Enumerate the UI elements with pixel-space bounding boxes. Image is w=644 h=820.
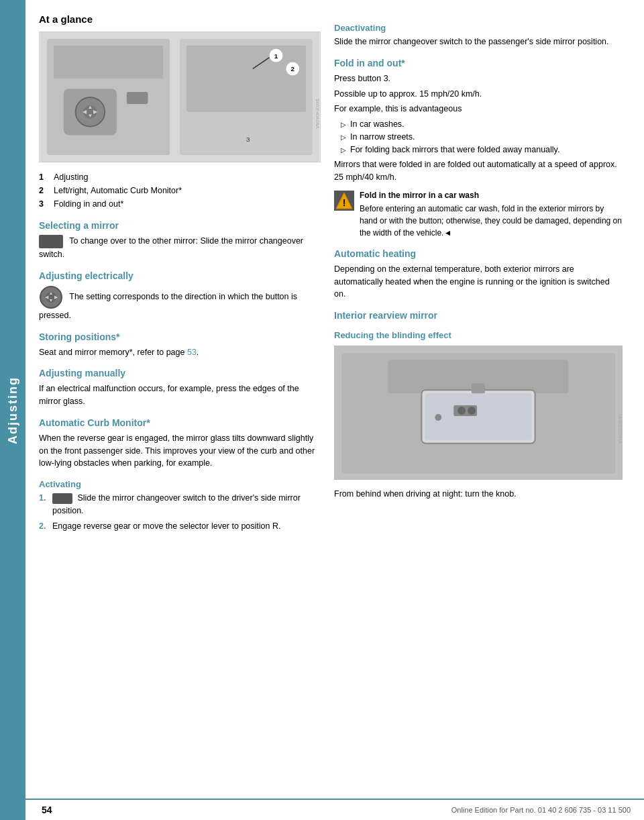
svg-rect-2: [54, 46, 163, 79]
switch-icon-small: [52, 493, 72, 504]
section-reducing-blinding-title: Reducing the blinding effect: [334, 330, 623, 340]
interior-mirror-image: 1A4ES52094A: [334, 346, 623, 480]
step-item: 1. Slide the mirror changeover switch to…: [39, 492, 321, 517]
svg-text:1A4ES52094A: 1A4ES52094A: [618, 413, 622, 444]
adjusting-electrically-text: ▲ ▼ ◀ ▶ The setting corresponds to the d…: [39, 285, 321, 322]
mirror-switch-icon: [39, 235, 63, 248]
section-curb-monitor-title: Automatic Curb Monitor*: [39, 417, 321, 428]
side-tab-label: Adjusting: [6, 376, 20, 444]
item-text: Folding in and out*: [54, 197, 123, 211]
svg-text:SW0F40A0AA: SW0F40A0AA: [315, 99, 320, 129]
svg-point-34: [458, 407, 466, 415]
page-link-53[interactable]: 53: [187, 348, 197, 357]
list-item: 1 Adjusting: [39, 170, 321, 184]
bullet-item: In car washes.: [334, 118, 623, 131]
svg-text:▼: ▼: [87, 113, 93, 119]
step-text: Engage reverse gear or move the selector…: [52, 520, 280, 533]
knob-icon: ▲ ▼ ◀ ▶: [39, 285, 63, 309]
fold-p2: Possible up to approx. 15 mph/20 km/h.: [334, 88, 623, 101]
svg-text:▲: ▲: [87, 104, 93, 110]
numbered-list: 1 Adjusting 2 Left/right, Automatic Curb…: [39, 170, 321, 211]
svg-point-37: [435, 414, 441, 421]
auto-heating-text: Depending on the external temperature, b…: [334, 263, 623, 301]
fold-p3: For example, this is advantageous: [334, 103, 623, 115]
item-number: 1: [39, 170, 48, 184]
step-number: 2.: [39, 520, 48, 533]
section-adjusting-manually-title: Adjusting manually: [39, 368, 321, 378]
deactivating-text: Slide the mirror changeover switch to th…: [334, 36, 623, 48]
svg-rect-10: [127, 92, 148, 104]
warning-box: ! Fold in the mirror in a car wash Befor…: [334, 189, 623, 239]
svg-text:!: !: [343, 197, 346, 208]
bullet-item: In narrow streets.: [334, 131, 623, 144]
section-selecting-mirror-title: Selecting a mirror: [39, 220, 321, 231]
section-interior-mirror-title: Interior rearview mirror: [334, 310, 623, 321]
left-column: At a glance ▲ ▼ ◀ ▶: [39, 13, 321, 535]
selecting-mirror-text: To change over to the other mirror: Slid…: [39, 235, 321, 261]
svg-rect-36: [472, 383, 485, 393]
page-number: 54: [39, 805, 55, 815]
svg-text:◀: ◀: [83, 109, 87, 115]
step-text: Slide the mirror changeover switch to th…: [52, 492, 321, 517]
section-adjusting-electrically-title: Adjusting electrically: [39, 270, 321, 281]
list-item: 2 Left/right, Automatic Curb Monitor*: [39, 184, 321, 197]
fold-p1: Press button 3.: [334, 72, 623, 85]
svg-text:▶: ▶: [93, 109, 98, 115]
svg-text:1: 1: [274, 52, 278, 60]
step-number: 1.: [39, 492, 48, 517]
interior-mirror-text: From behind when driving at night: turn …: [334, 488, 623, 501]
item-number: 2: [39, 184, 48, 197]
svg-text:▼: ▼: [49, 298, 54, 303]
section-fold-title: Fold in and out*: [334, 58, 623, 68]
warning-text: Fold in the mirror in a car wash Before …: [360, 189, 623, 239]
item-text: Left/right, Automatic Curb Monitor*: [54, 184, 182, 197]
warning-icon: !: [334, 191, 354, 211]
item-text: Adjusting: [54, 170, 88, 184]
page-title: At a glance: [39, 13, 321, 25]
fold-bullets: In car washes. In narrow streets. For fo…: [334, 118, 623, 156]
warning-body: Before entering an automatic car wash, f…: [360, 204, 622, 238]
section-activating-title: Activating: [39, 479, 321, 489]
step-item: 2. Engage reverse gear or move the selec…: [39, 520, 321, 533]
fold-after-bullets: Mirrors that were folded in are folded o…: [334, 158, 623, 184]
list-item: 3 Folding in and out*: [39, 197, 321, 211]
right-column: Deactivating Slide the mirror changeover…: [334, 13, 623, 535]
section-deactivating-title: Deactivating: [334, 23, 623, 33]
section-storing-positions-title: Storing positions*: [39, 331, 321, 342]
item-number: 3: [39, 197, 48, 211]
svg-point-35: [468, 407, 476, 415]
warning-title: Fold in the mirror in a car wash: [360, 189, 623, 201]
section-auto-heating-title: Automatic heating: [334, 248, 623, 259]
bullet-item: For folding back mirrors that were folde…: [334, 144, 623, 156]
svg-rect-12: [186, 46, 306, 112]
page-footer: 54 Online Edition for Part no. 01 40 2 6…: [0, 799, 644, 820]
footer-online-text: Online Edition for Part no. 01 40 2 606 …: [451, 806, 631, 814]
adjusting-manually-text: If an electrical malfunction occurs, for…: [39, 382, 321, 408]
activating-steps: 1. Slide the mirror changeover switch to…: [39, 492, 321, 532]
svg-text:2: 2: [291, 65, 295, 72]
mirror-diagram-image: ▲ ▼ ◀ ▶ 1 2 3 SW0F40A0AA: [39, 32, 321, 162]
side-tab: Adjusting: [0, 0, 25, 820]
svg-text:▲: ▲: [49, 291, 54, 295]
svg-text:3: 3: [246, 136, 250, 143]
storing-positions-text: Seat and mirror memory*, refer to page 5…: [39, 346, 321, 359]
main-content: At a glance ▲ ▼ ◀ ▶: [25, 0, 644, 555]
curb-monitor-text: When the reverse gear is engaged, the mi…: [39, 432, 321, 470]
